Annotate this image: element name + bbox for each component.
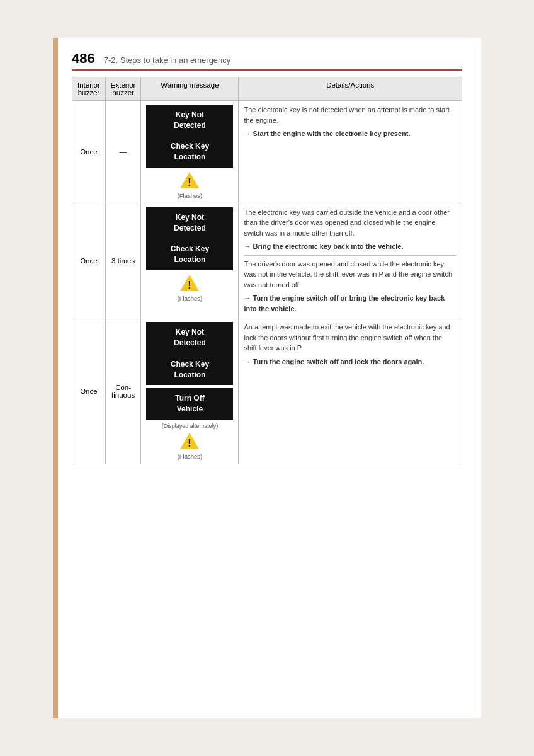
section-divider <box>244 255 457 256</box>
page-number: 486 <box>72 50 95 67</box>
interior-buzzer-3: Once <box>72 318 106 464</box>
alt-label-3: (Displayed alternately) <box>146 423 233 429</box>
interior-buzzer-1: Once <box>72 101 106 203</box>
details-action-2b: → Turn the engine switch off or bring th… <box>244 293 457 314</box>
warning-triangle-icon-3: ! <box>179 432 200 450</box>
flashes-label-3: (Flashes) <box>146 453 233 460</box>
header-warning: Warning message <box>141 77 239 101</box>
header-exterior: Exterior buzzer <box>105 77 141 101</box>
page-header: 486 7-2. Steps to take in an emergency <box>72 50 462 71</box>
interior-buzzer-2: Once <box>72 203 106 318</box>
page: 486 7-2. Steps to take in an emergency I… <box>53 38 481 718</box>
details-3: An attempt was made to exit the vehicle … <box>239 318 462 464</box>
warning-icon-wrap-3: ! (Flashes) <box>146 432 233 460</box>
warning-message-1: Key NotDetectedCheck KeyLocation ! (Flas… <box>141 101 239 203</box>
flashes-label-1: (Flashes) <box>146 192 233 199</box>
warning-box-3b: Turn OffVehicle <box>146 388 233 420</box>
section-title: 7-2. Steps to take in an emergency <box>104 55 231 65</box>
details-action-3: → Turn the engine switch off and lock th… <box>244 357 457 367</box>
svg-text:!: ! <box>188 280 191 290</box>
details-text-3: An attempt was made to exit the vehicle … <box>244 322 457 353</box>
warning-table: Interior buzzer Exterior buzzer Warning … <box>72 77 462 464</box>
exterior-buzzer-1: — <box>105 101 141 203</box>
details-2: The electronic key was carried outside t… <box>239 203 462 318</box>
table-row: Once — Key NotDetectedCheck KeyLocation … <box>72 101 462 203</box>
details-text-1: The electronic key is not detected when … <box>244 105 457 125</box>
details-text-2b: The driver's door was opened and closed … <box>244 259 457 290</box>
svg-text:!: ! <box>188 438 191 449</box>
details-text-2a: The electronic key was carried outside t… <box>244 207 457 239</box>
warning-triangle-icon-2: ! <box>179 273 200 292</box>
exterior-buzzer-2: 3 times <box>105 203 141 318</box>
warning-message-3: Key NotDetectedCheck KeyLocation Turn Of… <box>141 318 239 464</box>
warning-message-2: Key NotDetectedCheck KeyLocation ! (Flas… <box>141 203 239 318</box>
warning-icon-wrap-1: ! (Flashes) <box>146 171 233 199</box>
warning-box-1: Key NotDetectedCheck KeyLocation <box>146 105 233 168</box>
svg-text:!: ! <box>188 177 191 188</box>
warning-triangle-icon: ! <box>179 171 200 190</box>
table-row: Once 3 times Key NotDetectedCheck KeyLoc… <box>72 203 462 318</box>
details-action-2a: → Bring the electronic key back into the… <box>244 241 457 252</box>
header-details: Details/Actions <box>239 77 462 101</box>
details-action-1: → Start the engine with the electronic k… <box>244 129 457 139</box>
warning-icon-wrap-2: ! (Flashes) <box>146 273 233 302</box>
warning-box-2: Key NotDetectedCheck KeyLocation <box>146 207 233 270</box>
warning-box-3a: Key NotDetectedCheck KeyLocation <box>146 322 233 385</box>
table-row: Once Con-tinuous Key NotDetectedCheck Ke… <box>72 318 462 464</box>
left-bar <box>53 38 58 718</box>
details-1: The electronic key is not detected when … <box>239 101 462 203</box>
flashes-label-2: (Flashes) <box>146 295 233 302</box>
exterior-buzzer-3: Con-tinuous <box>105 318 141 464</box>
header-interior: Interior buzzer <box>72 77 106 101</box>
